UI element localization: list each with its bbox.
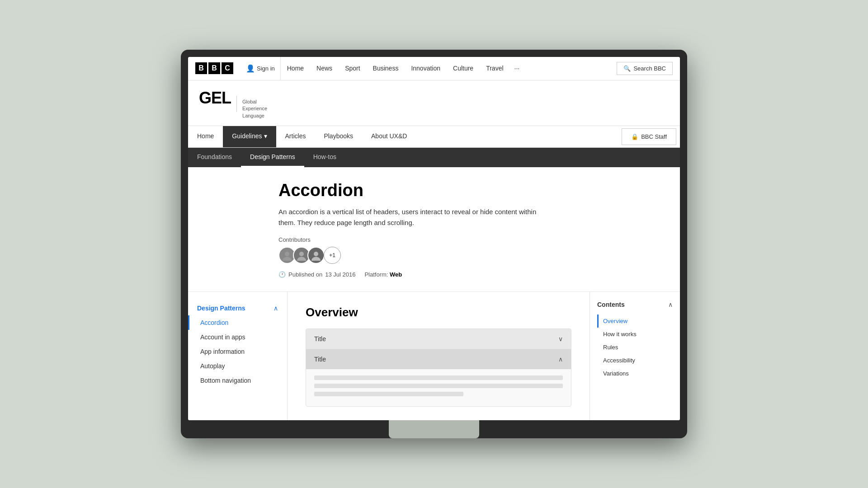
- toc-item-overview[interactable]: Overview: [597, 314, 673, 328]
- gel-nav-about[interactable]: About UX&D: [362, 126, 416, 147]
- monitor-stand: [389, 420, 479, 438]
- gel-logo-text: GEL: [199, 89, 231, 108]
- toc-chevron-icon[interactable]: ∧: [668, 301, 673, 308]
- toc-item-rules[interactable]: Rules: [597, 341, 673, 354]
- contributor-avatar-3: [307, 247, 325, 264]
- bbc-search-button[interactable]: 🔍 Search BBC: [617, 62, 673, 75]
- bbc-staff-button[interactable]: 🔒 BBC Staff: [622, 128, 676, 145]
- gel-nav-home[interactable]: Home: [188, 126, 223, 147]
- contributors-label: Contributors: [278, 236, 644, 243]
- content-header: Accordion An accordion is a vertical lis…: [188, 167, 680, 292]
- main-area: Overview Title ∨ Title ∧: [288, 292, 590, 420]
- published-label: Published on: [288, 271, 322, 278]
- monitor-screen: B B C 👤 Sign in Home News Sport Business…: [188, 57, 680, 420]
- monitor-wrapper: B B C 👤 Sign in Home News Sport Business…: [181, 50, 687, 438]
- toc-item-variations[interactable]: Variations: [597, 367, 673, 380]
- bbc-topnav: B B C 👤 Sign in Home News Sport Business…: [188, 57, 680, 80]
- bbc-signin-button[interactable]: 👤 Sign in: [241, 57, 281, 80]
- chevron-down-icon: ▾: [264, 132, 267, 140]
- signin-label: Sign in: [257, 65, 275, 72]
- person-icon-2: [295, 249, 308, 263]
- chevron-up-icon-2: ∧: [558, 356, 563, 363]
- content-line-2: [314, 384, 563, 388]
- bbc-nav-news[interactable]: News: [310, 57, 339, 80]
- subnav-foundations[interactable]: Foundations: [188, 148, 241, 167]
- sidebar-item-app-information[interactable]: App information: [188, 344, 287, 359]
- svg-point-0: [285, 252, 289, 256]
- bbc-nav-home[interactable]: Home: [281, 57, 310, 80]
- toc-item-how-it-works[interactable]: How it works: [597, 328, 673, 341]
- left-sidebar: Design Patterns ∧ Accordion Account in a…: [188, 292, 288, 420]
- bbc-nav-more-button[interactable]: ···: [510, 65, 524, 72]
- sidebar-item-account-in-apps[interactable]: Account in apps: [188, 330, 287, 344]
- subnav-design-patterns[interactable]: Design Patterns: [241, 148, 304, 167]
- sidebar-item-autoplay[interactable]: Autoplay: [188, 359, 287, 373]
- sidebar-item-accordion[interactable]: Accordion: [188, 315, 287, 330]
- accordion-content-2: [306, 369, 571, 406]
- person-icon-3: [309, 249, 323, 263]
- bbc-nav-innovation[interactable]: Innovation: [405, 57, 447, 80]
- gel-logo[interactable]: GEL Global Experience Language: [199, 89, 669, 119]
- bbc-nav-travel[interactable]: Travel: [480, 57, 509, 80]
- accordion-item-2: Title ∧: [306, 349, 571, 406]
- content-line-3: [314, 392, 463, 396]
- gel-subtitle-line2: Experience: [242, 105, 267, 112]
- contributors-avatars: +1: [278, 247, 644, 264]
- sidebar-item-bottom-navigation[interactable]: Bottom navigation: [188, 373, 287, 388]
- accordion-item-1: Title ∨: [306, 329, 571, 349]
- platform-value: Web: [390, 271, 402, 278]
- gel-logo-divider: [236, 96, 237, 112]
- subnav-how-tos[interactable]: How-tos: [304, 148, 345, 167]
- bbc-logo-c: C: [222, 62, 233, 74]
- bbc-nav-business[interactable]: Business: [367, 57, 405, 80]
- bbc-nav-sport[interactable]: Sport: [339, 57, 366, 80]
- platform-label: Platform:: [364, 271, 388, 278]
- page-title: Accordion: [278, 181, 644, 200]
- bbc-logo[interactable]: B B C: [195, 62, 233, 74]
- accordion-header-1[interactable]: Title ∨: [306, 329, 571, 349]
- search-label: Search BBC: [633, 65, 666, 72]
- bbc-logo-b2: B: [208, 62, 220, 74]
- published-date: 🕐 Published on 13 Jul 2016: [278, 271, 355, 278]
- published-date-value: 13 Jul 2016: [325, 271, 355, 278]
- gel-subtitle-line1: Global: [242, 99, 267, 105]
- search-icon: 🔍: [623, 65, 631, 72]
- content-line-1: [314, 375, 563, 380]
- overview-title: Overview: [306, 305, 571, 319]
- bbc-logo-b1: B: [195, 62, 207, 74]
- svg-point-1: [299, 252, 304, 256]
- published-info: 🕐 Published on 13 Jul 2016 Platform: Web: [278, 271, 644, 278]
- lock-icon: 🔒: [631, 133, 638, 140]
- toc-sidebar: Contents ∧ Overview How it works Rules A…: [590, 292, 680, 420]
- gel-nav-playbooks[interactable]: Playbooks: [315, 126, 362, 147]
- gel-header: GEL Global Experience Language: [188, 80, 680, 126]
- platform-info: Platform: Web: [364, 271, 402, 278]
- gel-logo-subtitle: Global Experience Language: [242, 99, 267, 119]
- accordion-header-2[interactable]: Title ∧: [306, 349, 571, 369]
- page-description: An accordion is a vertical list of heade…: [278, 206, 550, 228]
- bbc-nav-items: Home News Sport Business Innovation Cult…: [281, 57, 617, 80]
- svg-point-2: [314, 252, 318, 256]
- accordion-demo: Title ∨ Title ∧: [306, 328, 571, 407]
- accordion-title-2: Title: [314, 356, 326, 363]
- content-body: Design Patterns ∧ Accordion Account in a…: [188, 292, 680, 420]
- toc-header: Contents ∧: [597, 301, 673, 308]
- sidebar-section-title: Design Patterns: [197, 305, 245, 312]
- accordion-title-1: Title: [314, 335, 326, 343]
- sidebar-section-header[interactable]: Design Patterns ∧: [188, 301, 287, 315]
- user-icon: 👤: [246, 64, 255, 73]
- contributors-more: +1: [324, 247, 341, 264]
- gel-subnav: Foundations Design Patterns How-tos: [188, 148, 680, 167]
- gel-subtitle-line3: Language: [242, 113, 267, 119]
- chevron-up-icon: ∧: [274, 305, 278, 312]
- chevron-down-icon-1: ∨: [558, 335, 563, 343]
- toc-item-accessibility[interactable]: Accessibility: [597, 354, 673, 367]
- gel-nav: Home Guidelines ▾ Articles Playbooks Abo…: [188, 126, 680, 148]
- person-icon-1: [280, 249, 294, 263]
- gel-nav-articles[interactable]: Articles: [276, 126, 315, 147]
- bbc-nav-culture[interactable]: Culture: [447, 57, 480, 80]
- gel-nav-guidelines[interactable]: Guidelines ▾: [223, 126, 276, 147]
- clock-icon: 🕐: [278, 271, 286, 278]
- toc-title: Contents: [597, 301, 625, 308]
